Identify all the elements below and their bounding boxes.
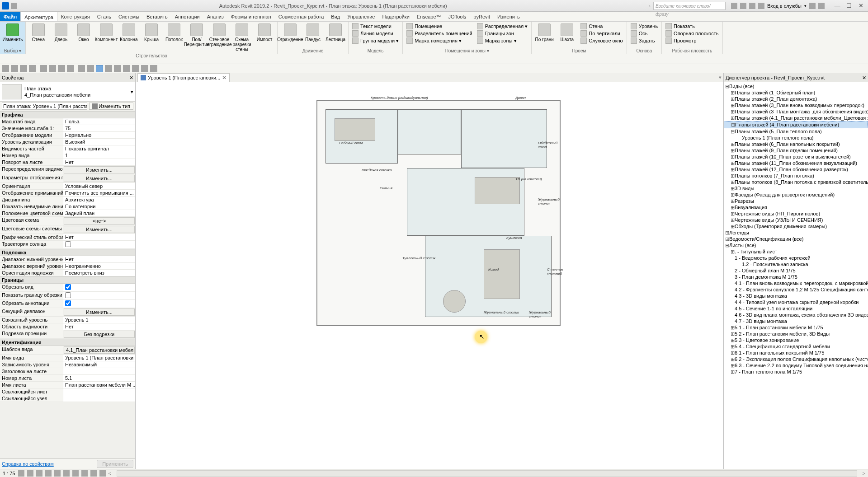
property-row[interactable]: Отображение примыканий с...Почистить все… [0, 190, 135, 196]
tab-файл[interactable]: Файл [0, 12, 20, 21]
property-row[interactable]: Связанный уровеньУровень 1 [0, 317, 135, 323]
help-icon[interactable] [818, 3, 825, 9]
property-value[interactable]: Изменить... [64, 166, 135, 173]
property-value[interactable]: 1 [63, 152, 135, 159]
property-row[interactable]: Переопределения видимости...Изменить... [0, 166, 135, 174]
ribbon-button[interactable]: Дверь [50, 23, 72, 43]
tab-вид[interactable]: Вид [327, 12, 344, 21]
login-text[interactable]: Вход в службы [767, 3, 802, 9]
ribbon-button[interactable]: Просмотр [664, 37, 720, 44]
property-row[interactable]: Имя видаУровень 1 (План расстановки ... [0, 355, 135, 361]
property-value[interactable]: Условный север [63, 183, 135, 189]
tree-node[interactable]: ⊞Ведомости/Спецификации (все) [724, 236, 868, 242]
tab-изменить[interactable]: Изменить [494, 12, 524, 21]
ribbon-button[interactable]: Опорная плоскость [664, 30, 720, 37]
print-icon[interactable] [11, 65, 18, 72]
render-icon[interactable] [54, 470, 61, 477]
ribbon-button[interactable]: Марка зоны ▾ [475, 37, 530, 44]
property-value[interactable]: Изменить... [64, 175, 135, 182]
tree-node[interactable]: ⊞Планы потолков (7_План потолка) [724, 173, 868, 179]
tree-node[interactable]: ⊟Виды (все) [724, 83, 868, 89]
property-value[interactable]: Задний план [63, 210, 135, 216]
tree-node[interactable]: 2 - Обмерный план М 1/75 [724, 267, 868, 274]
property-group[interactable]: Идентификация [0, 339, 135, 346]
type-selector[interactable]: План этажа 4_План расстановки мебели ▾ [0, 82, 135, 102]
filter-on-icon[interactable] [96, 65, 103, 72]
property-value[interactable]: Нет [63, 234, 135, 240]
properties-help-link[interactable]: Справка по свойствам [2, 461, 54, 467]
property-value[interactable] [63, 388, 135, 395]
property-value[interactable]: Неограниченно [63, 263, 135, 269]
search-icon[interactable] [731, 3, 737, 9]
ribbon-button[interactable]: По грани [533, 23, 555, 43]
ribbon-button[interactable]: Импост [254, 23, 275, 43]
ribbon-button[interactable]: Схема разрезки стены [231, 23, 253, 53]
tree-node[interactable]: 4.2 - Фрагменты санузлов 1,2 М 1/25 Спец… [724, 286, 868, 293]
property-checkbox[interactable] [65, 241, 71, 247]
ribbon-button[interactable]: Окно [73, 23, 94, 43]
property-row[interactable]: Заголовок на листе [0, 368, 135, 375]
save-icon[interactable] [2, 65, 9, 72]
property-group[interactable]: Подложка [0, 249, 135, 256]
property-row[interactable]: Область видимостиНет [0, 323, 135, 330]
property-row[interactable]: Подрезка проекцииБез подрезки [0, 330, 135, 339]
file-icon[interactable] [11, 3, 17, 9]
tree-node[interactable]: ⊞Планы этажей (6_План напольных покрытий… [724, 141, 868, 147]
crop-region-icon[interactable] [72, 470, 79, 477]
scale-display[interactable]: 1 : 75 [3, 471, 15, 476]
visual-style-icon[interactable] [27, 470, 33, 477]
close-views-icon[interactable] [123, 65, 130, 72]
tree-node[interactable]: ⊞Обходы (Траектория движения камеры) [724, 223, 868, 229]
property-row[interactable]: Поворот на листеНет [0, 159, 135, 166]
ribbon-button[interactable]: Стена [579, 23, 625, 30]
instance-filter[interactable]: План этажа: Уровень 1 (План расстановки … [2, 103, 87, 110]
ribbon-button[interactable]: Пандус [302, 23, 324, 43]
property-value[interactable] [63, 368, 135, 374]
drawing-canvas[interactable]: Кровать-домик (индивидуальная) Диван Раб… [136, 82, 723, 469]
tree-node[interactable]: ⊞Визуализация [724, 204, 868, 210]
property-value[interactable]: Нормально [63, 132, 135, 138]
tree-node[interactable]: 4.6 - 3D вид плана монтажа, схема обозна… [724, 312, 868, 318]
search-input[interactable]: Введите ключевое слово/фразу [653, 2, 726, 10]
shadows-icon[interactable] [45, 470, 52, 477]
ribbon-button[interactable]: По вертикали [579, 30, 625, 37]
user-icon[interactable] [758, 3, 764, 9]
tree-node[interactable]: ⊞Планы этажей (11_План обозначения визуа… [724, 160, 868, 166]
tree-node[interactable]: ⊟Планы этажей (5_План теплого пола) [724, 128, 868, 135]
property-row[interactable]: Диапазон: нижний уровеньНет [0, 256, 135, 263]
tree-node[interactable]: ⊞Планы этажей (9_План отделки помещений) [724, 147, 868, 154]
ribbon-button[interactable]: Пол/Перекрытие [186, 23, 208, 48]
property-row[interactable]: Видимость частейПоказать оригинал [0, 145, 135, 152]
property-row[interactable]: Цветовые схемы системыИзменить... [0, 225, 135, 234]
reveal-icon[interactable] [99, 470, 106, 477]
replicate-icon[interactable] [141, 65, 148, 72]
minimize-button[interactable]: — [832, 2, 843, 10]
tab-архитектура[interactable]: Архитектура [20, 12, 57, 21]
property-value[interactable]: План расстановки мебели М ... [63, 382, 135, 388]
ribbon-button[interactable]: Разделитель помещений [405, 30, 474, 37]
tree-node[interactable]: ⊞Фасады (Фасад для разверток помещений) [724, 192, 868, 198]
property-value[interactable] [63, 241, 135, 248]
property-row[interactable]: Положение цветовой схемыЗадний план [0, 210, 135, 217]
cascade-icon[interactable] [150, 65, 157, 72]
property-value[interactable]: Нет [63, 256, 135, 262]
tree-node[interactable]: ⊞Планы потолков (8_План потолка с привяз… [724, 179, 868, 185]
tab-системы[interactable]: Системы [115, 12, 143, 21]
tree-node[interactable]: ⊞6.2 - Экспликация полов Спецификация на… [724, 356, 868, 362]
property-row[interactable]: Масштаб видаПольз. [0, 118, 135, 125]
property-value[interactable]: Без подрезки [64, 331, 135, 338]
tree-node[interactable]: ⊞. - Титульный лист [724, 248, 868, 255]
tab-overflow-icon[interactable]: ▾ [719, 75, 722, 80]
tab-конструкция[interactable]: Конструкция [57, 12, 94, 21]
view-tab[interactable]: Уровень 1 (План расстановки... ✕ [137, 73, 230, 82]
tab-сталь[interactable]: Сталь [94, 12, 115, 21]
3dcube-icon[interactable] [87, 65, 94, 72]
ribbon-button[interactable]: Слуховое окно [579, 37, 625, 44]
undo-icon[interactable] [20, 65, 27, 72]
property-row[interactable]: ОриентацияУсловный север [0, 183, 135, 190]
property-value[interactable] [63, 395, 135, 402]
tab-управление[interactable]: Управление [344, 12, 378, 21]
ribbon-button[interactable]: Колонна [118, 23, 140, 43]
property-row[interactable]: Цветовая схема<нет> [0, 217, 135, 225]
ribbon-button[interactable]: Группа модели ▾ [350, 37, 401, 44]
